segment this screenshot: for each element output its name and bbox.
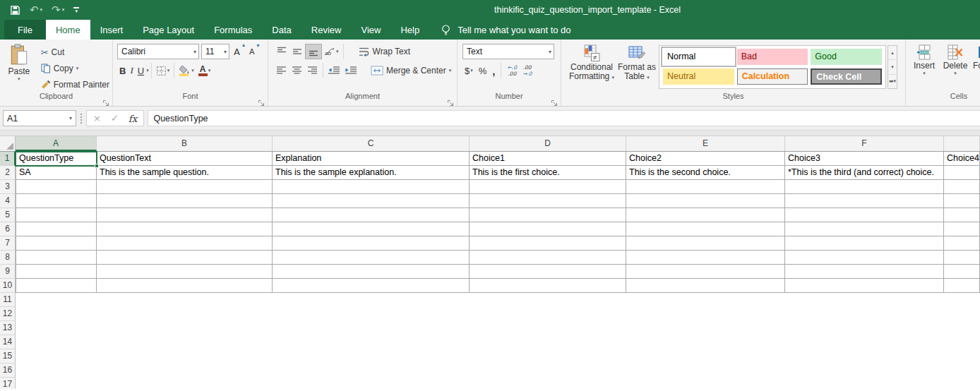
cell-G17[interactable] — [944, 378, 980, 389]
cell-F3[interactable] — [785, 180, 944, 194]
fill-color-dropdown-icon[interactable]: ▾ — [191, 68, 194, 73]
cell-C17[interactable] — [273, 378, 470, 389]
cell-C7[interactable] — [273, 236, 470, 251]
cell-E4[interactable] — [626, 194, 785, 208]
cell-A3[interactable] — [16, 180, 97, 194]
row-header-10[interactable]: 10 — [0, 279, 16, 293]
cell-A14[interactable] — [16, 335, 97, 349]
cell-G9[interactable] — [944, 265, 980, 279]
cell-D7[interactable] — [470, 236, 626, 251]
cell-B1[interactable]: QuestionText — [97, 152, 273, 166]
formula-input[interactable]: QuestionType — [148, 110, 980, 126]
cell-F15[interactable] — [785, 349, 944, 363]
cell-F7[interactable] — [785, 236, 944, 251]
cell-C16[interactable] — [273, 363, 470, 378]
cell-B3[interactable] — [97, 180, 273, 194]
cell-F4[interactable] — [785, 194, 944, 208]
customize-quick-access-icon[interactable]: ▾ — [73, 7, 79, 13]
cell-E8[interactable] — [626, 251, 785, 265]
name-box-dropdown-icon[interactable]: ▾ — [69, 115, 72, 121]
save-icon[interactable] — [10, 5, 20, 16]
column-header-G[interactable] — [944, 136, 980, 151]
cell-B9[interactable] — [97, 265, 273, 279]
cell-C6[interactable] — [273, 222, 470, 236]
increase-indent-button[interactable] — [342, 63, 359, 78]
copy-dropdown-icon[interactable]: ▾ — [76, 66, 79, 71]
cell-D6[interactable] — [470, 222, 626, 236]
top-align-button[interactable] — [274, 44, 289, 59]
cell-E14[interactable] — [626, 335, 785, 349]
cell-B14[interactable] — [97, 335, 273, 349]
column-header-B[interactable]: B — [97, 136, 273, 151]
cell-B13[interactable] — [97, 321, 273, 335]
merge-center-dropdown-icon[interactable]: ▾ — [449, 68, 452, 73]
cell-C8[interactable] — [273, 251, 470, 265]
cell-C13[interactable] — [273, 321, 470, 335]
font-color-button[interactable]: A ▾ — [196, 63, 213, 78]
borders-dropdown-icon[interactable]: ▾ — [167, 68, 170, 73]
format-cells-button[interactable]: Format ▾ — [972, 44, 980, 92]
cell-C5[interactable] — [273, 208, 470, 222]
cell-B4[interactable] — [97, 194, 273, 208]
cell-F16[interactable] — [785, 363, 944, 378]
tab-help[interactable]: Help — [390, 20, 429, 40]
cell-F8[interactable] — [785, 251, 944, 265]
format-painter-button[interactable]: Format Painter — [38, 77, 112, 92]
cell-D8[interactable] — [470, 251, 626, 265]
row-header-12[interactable]: 12 — [0, 307, 16, 321]
cell-A4[interactable] — [16, 194, 97, 208]
cell-style-check-cell[interactable]: Check Cell — [811, 68, 882, 85]
insert-function-icon[interactable]: fx — [129, 113, 138, 124]
cell-G14[interactable] — [944, 335, 980, 349]
cell-G3[interactable] — [944, 180, 980, 194]
cell-G10[interactable] — [944, 279, 980, 293]
column-header-F[interactable]: F — [785, 136, 944, 151]
cell-E12[interactable] — [626, 307, 785, 321]
select-all-button[interactable] — [0, 136, 16, 151]
tab-formulas[interactable]: Formulas — [204, 20, 262, 40]
cell-G8[interactable] — [944, 251, 980, 265]
delete-cells-button[interactable]: Delete ▾ — [940, 44, 970, 92]
align-left-button[interactable] — [274, 63, 289, 78]
column-header-C[interactable]: C — [273, 136, 470, 151]
cell-A13[interactable] — [16, 321, 97, 335]
cell-B2[interactable]: This is the sample question. — [97, 166, 273, 180]
cell-D17[interactable] — [470, 378, 626, 389]
cell-C3[interactable] — [273, 180, 470, 194]
bottom-align-button[interactable] — [305, 44, 322, 59]
row-header-13[interactable]: 13 — [0, 321, 16, 335]
cell-style-calculation[interactable]: Calculation — [737, 68, 808, 85]
insert-cells-button[interactable]: Insert ▾ — [909, 44, 939, 92]
row-header-7[interactable]: 7 — [0, 236, 16, 251]
row-header-5[interactable]: 5 — [0, 208, 16, 222]
cell-C4[interactable] — [273, 194, 470, 208]
cell-F13[interactable] — [785, 321, 944, 335]
cell-B15[interactable] — [97, 349, 273, 363]
cell-A17[interactable] — [16, 378, 97, 389]
tab-data[interactable]: Data — [262, 20, 301, 40]
cell-E13[interactable] — [626, 321, 785, 335]
row-header-11[interactable]: 11 — [0, 293, 16, 307]
middle-align-button[interactable] — [289, 44, 305, 59]
row-header-14[interactable]: 14 — [0, 335, 16, 349]
cell-E17[interactable] — [626, 378, 785, 389]
cell-G15[interactable] — [944, 349, 980, 363]
cell-F17[interactable] — [785, 378, 944, 389]
cell-E9[interactable] — [626, 265, 785, 279]
cell-D15[interactable] — [470, 349, 626, 363]
tab-review[interactable]: Review — [301, 20, 352, 40]
underline-dropdown-icon[interactable]: ▾ — [146, 68, 149, 73]
cell-A8[interactable] — [16, 251, 97, 265]
cell-E10[interactable] — [626, 279, 785, 293]
cell-B8[interactable] — [97, 251, 273, 265]
cell-F11[interactable] — [785, 293, 944, 307]
orientation-dropdown-icon[interactable]: ▾ — [336, 49, 339, 54]
accounting-dropdown-icon[interactable]: ▾ — [470, 68, 473, 73]
cell-G2[interactable] — [944, 166, 980, 180]
cell-E3[interactable] — [626, 180, 785, 194]
cell-G16[interactable] — [944, 363, 980, 378]
row-header-16[interactable]: 16 — [0, 363, 16, 378]
borders-button[interactable]: ▾ — [154, 63, 172, 78]
cell-E5[interactable] — [626, 208, 785, 222]
cell-E1[interactable]: Choice2 — [626, 152, 785, 166]
